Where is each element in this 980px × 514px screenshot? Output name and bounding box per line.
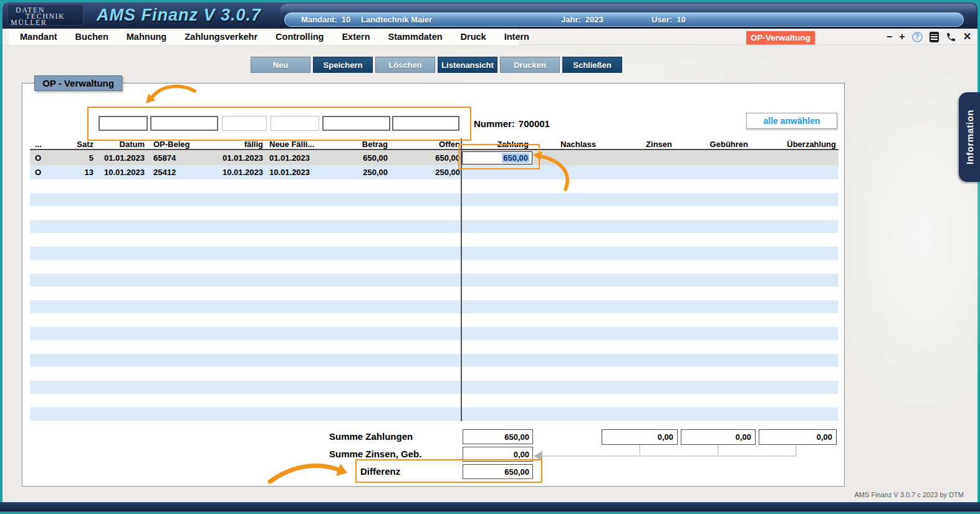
cell-faellig: 01.01.2023 <box>193 153 263 163</box>
filter-input-6[interactable] <box>392 116 459 131</box>
company-logo: DATEN TECHNIK MÜLLER <box>7 4 84 26</box>
mandant-label: Mandant: <box>301 15 337 24</box>
col-betrag: Betrag <box>318 140 388 149</box>
cell-datum: 01.01.2023 <box>94 153 145 163</box>
schliessen-button[interactable]: Schließen <box>562 57 622 73</box>
empty-table-row <box>30 367 838 381</box>
logo-line: MÜLLER <box>11 19 83 26</box>
menu-controlling[interactable]: Controlling <box>276 32 324 42</box>
filter-input-4[interactable] <box>271 116 319 131</box>
cell-satz: 5 <box>49 153 94 163</box>
table-header: ... Satz Datum OP-Beleg fällig Neue Fäll… <box>30 138 838 150</box>
empty-table-row <box>30 381 838 394</box>
cell-offen: 250,00 <box>388 168 460 177</box>
selected-text: 650,00 <box>502 153 529 163</box>
toolbar: Neu Speichern Löschen Listenansicht Druc… <box>251 57 622 73</box>
filter-input-1[interactable] <box>98 116 148 131</box>
empty-table-row <box>30 354 838 368</box>
filter-input-2[interactable] <box>150 116 218 131</box>
col-ueberzahlung: Überzahlung <box>748 140 838 149</box>
empty-table-row <box>30 340 838 354</box>
cell-datum: 10.01.2023 <box>94 168 145 177</box>
menu-intern[interactable]: Intern <box>504 32 529 42</box>
empty-table-row <box>30 233 838 247</box>
application-window: DATEN TECHNIK MÜLLER AMS Finanz V 3.0.7 … <box>0 0 980 514</box>
table-divider-line <box>461 138 462 421</box>
col-nachlass: Nachlass <box>534 140 596 149</box>
mandant-info: Mandant:10 <box>301 15 350 24</box>
connector-line <box>540 455 797 457</box>
help-icon[interactable]: ? <box>912 32 923 42</box>
footer-version-text: AMS Finanz V 3.0.7 c 2023 by DTM <box>773 491 964 498</box>
filter-input-3[interactable] <box>222 116 267 131</box>
menu-mandant[interactable]: Mandant <box>20 32 57 42</box>
maximize-icon[interactable]: + <box>899 31 905 43</box>
empty-table-row <box>30 206 838 220</box>
empty-table-row <box>30 394 838 407</box>
empty-table-row <box>30 274 838 287</box>
neu-button[interactable]: Neu <box>251 57 310 73</box>
mandant-name: Landtechnik Maier <box>361 15 432 24</box>
menu-extern[interactable]: Extern <box>342 32 370 42</box>
close-icon[interactable]: ✕ <box>963 31 971 43</box>
background-swoosh <box>829 56 980 417</box>
loeschen-button[interactable]: Löschen <box>375 57 435 73</box>
empty-table-row <box>30 260 838 274</box>
col-gebuehren: Gebühren <box>672 140 748 149</box>
menu-buchen[interactable]: Buchen <box>75 32 108 42</box>
bottom-bar <box>0 502 980 512</box>
phone-icon[interactable] <box>946 32 956 42</box>
information-tab[interactable]: Information <box>959 92 980 182</box>
col-faellig: fällig <box>193 140 263 149</box>
cell-op-beleg: 65874 <box>145 153 193 163</box>
col-status: ... <box>30 140 49 149</box>
window-controls: − + ? ✕ <box>886 30 971 44</box>
mandant-value: 10 <box>342 15 350 24</box>
menu-stammdaten[interactable]: Stammdaten <box>388 32 443 42</box>
connector-arrow-icon <box>534 451 542 461</box>
zinsen-sum-field: 0,00 <box>602 429 678 445</box>
col-satz: Satz <box>49 140 94 149</box>
summe-zinsen-field: 0,00 <box>463 447 533 462</box>
table-row-selected[interactable]: O 5 01.01.2023 65874 01.01.2023 01.01.20… <box>30 150 838 165</box>
connector-stub <box>795 445 797 455</box>
col-datum: Datum <box>94 140 145 149</box>
col-op-beleg: OP-Beleg <box>145 140 193 149</box>
alle-anwaehlen-button[interactable]: alle anwählen <box>746 113 837 129</box>
nummer-display: Nummer:700001 <box>474 118 550 129</box>
panel-title: OP - Verwaltung <box>34 75 122 91</box>
active-module-badge: OP-Verwaltung <box>746 31 815 44</box>
differenz-field: 650,00 <box>463 464 533 479</box>
summe-zinsen-label: Summe Zinsen, Geb. <box>329 449 421 459</box>
drucken-button[interactable]: Drucken <box>500 57 560 73</box>
listenansicht-button[interactable]: Listenansicht <box>438 57 497 73</box>
empty-table-row <box>30 327 838 341</box>
table-row[interactable]: O 13 10.01.2023 25412 10.01.2023 10.01.2… <box>30 165 838 179</box>
summe-zahlungen-label: Summe Zahlungen <box>329 431 413 442</box>
empty-table-row <box>30 193 838 207</box>
minimize-icon[interactable]: − <box>886 31 892 43</box>
cell-op-beleg: 25412 <box>145 168 193 177</box>
cell-status: O <box>30 168 49 177</box>
menu-zahlungsverkehr[interactable]: Zahlungsverkehr <box>185 32 257 42</box>
empty-table-row <box>30 247 838 260</box>
menu-mahnung[interactable]: Mahnung <box>127 32 166 42</box>
ueberzahlung-sum-field: 0,00 <box>759 429 837 445</box>
differenz-label: Differenz <box>360 466 400 477</box>
cell-satz: 13 <box>49 168 94 177</box>
connector-stub <box>639 445 640 455</box>
cell-neue-faelligkeit: 01.01.2023 <box>263 153 318 163</box>
connector-stub <box>718 445 719 455</box>
empty-table-row <box>30 313 838 327</box>
cell-faellig: 10.01.2023 <box>193 168 263 177</box>
empty-table-row <box>30 179 838 193</box>
speichern-button[interactable]: Speichern <box>313 57 373 73</box>
col-zahlung: Zahlung <box>460 140 534 149</box>
empty-table-row <box>30 287 838 300</box>
notes-icon[interactable] <box>930 32 939 42</box>
menu-druck[interactable]: Druck <box>461 32 486 42</box>
user-label: User: <box>651 15 672 24</box>
nummer-value: 700001 <box>519 118 550 129</box>
zahlung-input[interactable]: 650,00 <box>462 151 532 164</box>
filter-input-5[interactable] <box>322 116 390 131</box>
